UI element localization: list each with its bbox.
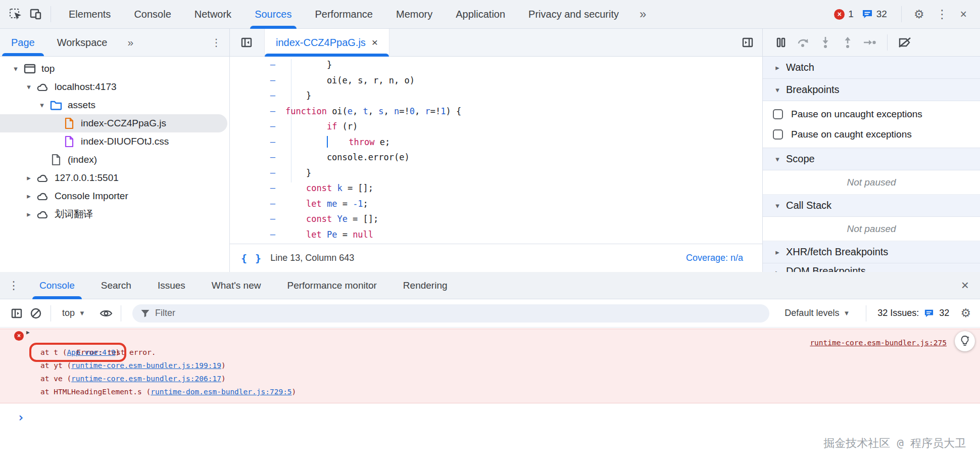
checkbox-unchecked[interactable] [773, 129, 783, 140]
clear-console-icon[interactable] [27, 305, 44, 322]
section-label: DOM Breakpoints [786, 265, 866, 272]
section-header-call-stack[interactable]: ▾Call Stack [763, 195, 980, 217]
live-expression-eye-icon[interactable] [97, 305, 115, 322]
tab-network[interactable]: Network [183, 0, 243, 28]
tab-sources[interactable]: Sources [243, 0, 303, 28]
ai-insight-bulb-icon[interactable] [955, 331, 975, 351]
error-count-icon[interactable]: × [834, 9, 845, 20]
issues-bubble-icon[interactable] [924, 309, 934, 318]
inspect-element-icon[interactable] [7, 6, 24, 23]
tree-item-划词翻译[interactable]: ▸划词翻译 [0, 205, 229, 223]
stack-source-link[interactable]: runtime-core.esm-bundler.js:199:19 [71, 361, 221, 370]
tree-item-localhost-4173[interactable]: ▾localhost:4173 [0, 78, 229, 96]
issues-counter-label[interactable]: 32 Issues: [877, 308, 919, 318]
context-selector[interactable]: top ▼ [57, 308, 90, 318]
code-token: ; [363, 199, 368, 209]
tab-console[interactable]: Console [122, 0, 182, 28]
resume-pause-icon[interactable] [770, 32, 792, 53]
navigator-more-tabs-icon[interactable]: » [118, 36, 142, 49]
checkbox-unchecked[interactable] [773, 109, 783, 119]
code-token: (r) [337, 121, 358, 131]
toggle-debugger-sidebar-icon[interactable] [739, 34, 756, 51]
code-token: e; [375, 137, 390, 147]
tab-elements[interactable]: Elements [57, 0, 122, 28]
navigator-kebab-icon[interactable]: ⋮ [205, 36, 229, 49]
code-token: = []; [348, 214, 378, 224]
editor-tab-index-js[interactable]: index-CCZ4PpaG.js × [264, 29, 389, 56]
kebab-menu-icon[interactable]: ⋮ [930, 8, 954, 21]
stack-text: at HTMLHeadingElement.s ( [40, 388, 151, 396]
section-header-scope[interactable]: ▾Scope [763, 148, 980, 170]
drawer-tab-issues[interactable]: Issues [144, 272, 199, 299]
close-devtools-icon[interactable]: × [954, 8, 973, 21]
issues-bubble-icon[interactable] [862, 9, 873, 19]
close-tab-icon[interactable]: × [372, 36, 378, 49]
chevron-down-icon[interactable]: ▾ [22, 82, 35, 91]
drawer-tab-search[interactable]: Search [88, 272, 144, 299]
chevron-right-icon[interactable]: ▸ [22, 192, 35, 201]
checkbox-label: Pause on uncaught exceptions [791, 109, 922, 120]
stack-frame: at ve (runtime-core.esm-bundler.js:206:1… [0, 372, 980, 385]
console-prompt[interactable]: › [17, 410, 980, 425]
step-out-icon[interactable] [837, 32, 859, 53]
drawer-tab-console[interactable]: Console [26, 272, 88, 299]
section-header-watch[interactable]: ▸Watch [763, 57, 980, 79]
chevron-right-icon[interactable]: ▸ [22, 210, 35, 219]
toggle-navigator-icon[interactable] [238, 34, 255, 51]
navigator-tab-page[interactable]: Page [0, 29, 46, 56]
drawer-tab-what-s-new[interactable]: What's new [199, 272, 274, 299]
tree-item-label: 划词翻译 [55, 208, 93, 221]
tree-item-(index)[interactable]: (index) [0, 151, 229, 169]
section-header-breakpoints[interactable]: ▾Breakpoints [763, 79, 980, 101]
chevron-down-icon[interactable]: ▾ [35, 101, 48, 110]
settings-gear-icon[interactable]: ⚙ [908, 8, 930, 21]
code-token: 0 [410, 106, 415, 116]
drawer-kebab-icon[interactable]: ⋮ [0, 279, 26, 292]
close-drawer-icon[interactable]: × [950, 278, 980, 293]
coverage-link[interactable]: Coverage: n/a [686, 253, 743, 263]
filter-input[interactable]: Filter [132, 304, 769, 323]
stack-source-link[interactable]: runtime-core.esm-bundler.js:206:17 [71, 375, 221, 383]
chevron-right-icon: ▸ [772, 63, 783, 72]
section-header-dom-breakpoints[interactable]: ▸DOM Breakpoints [763, 263, 980, 272]
issues-counter-count[interactable]: 32 [939, 308, 949, 318]
pretty-print-icon[interactable]: { } [241, 252, 262, 264]
tab-application[interactable]: Application [444, 0, 517, 28]
issues-count[interactable]: 32 [876, 9, 887, 20]
chevron-down-icon[interactable]: ▾ [9, 64, 22, 73]
code-token [332, 183, 337, 193]
error-count[interactable]: 1 [848, 9, 854, 20]
code-token: = []; [342, 183, 373, 193]
drawer-tab-rendering[interactable]: Rendering [390, 272, 461, 299]
console-toolbar: top ▼ Filter Default levels ▼ 32 Issues: [0, 299, 980, 328]
code-editor[interactable]: – }– oi(e, s, r, n, o)– }–function oi(e,… [230, 57, 762, 244]
navigator-tab-workspace[interactable]: Workspace [46, 29, 119, 56]
more-tabs-icon[interactable]: » [630, 7, 655, 21]
tree-item-assets[interactable]: ▾assets [0, 96, 229, 114]
tree-item-127-0-0-1-5501[interactable]: ▸127.0.0.1:5501 [0, 169, 229, 187]
tab-performance[interactable]: Performance [304, 0, 385, 28]
tab-privacy-and-security[interactable]: Privacy and security [517, 0, 630, 28]
panel-tabs: ElementsConsoleNetworkSourcesPerformance… [57, 0, 630, 28]
section-header-xhr-fetch-breakpoints[interactable]: ▸XHR/fetch Breakpoints [763, 241, 980, 263]
step-over-icon[interactable] [792, 32, 814, 53]
stack-source-link[interactable]: App.vue:4:9 [67, 348, 115, 356]
tree-item-index-diuofotj-css[interactable]: index-DIUOFOtJ.css [0, 132, 229, 151]
tree-item-console-importer[interactable]: ▸Console Importer [0, 187, 229, 205]
tree-item-top[interactable]: ▾top [0, 60, 229, 78]
step-icon[interactable] [859, 32, 881, 53]
tab-memory[interactable]: Memory [384, 0, 444, 28]
step-into-icon[interactable] [814, 32, 837, 53]
chevron-right-icon[interactable]: ▸ [22, 173, 35, 182]
stack-source-link[interactable]: runtime-dom.esm-bundler.js:729:5 [151, 388, 291, 396]
drawer-tab-performance-monitor[interactable]: Performance monitor [274, 272, 389, 299]
deactivate-breakpoints-icon[interactable] [894, 32, 916, 53]
console-error-message[interactable]: × ▶ Error: test error. runtime-core.esm-… [0, 329, 980, 403]
device-toolbar-icon[interactable] [27, 6, 44, 23]
levels-dropdown[interactable]: Default levels ▼ [779, 308, 855, 318]
debugger-pane: ▸Watch▾BreakpointsPause on uncaught exce… [763, 29, 980, 272]
tree-item-index-ccz4ppag-js[interactable]: index-CCZ4PpaG.js [0, 114, 227, 132]
console-settings-gear-icon[interactable]: ⚙ [954, 306, 973, 320]
context-value: top [62, 308, 75, 318]
console-sidebar-icon[interactable] [8, 305, 25, 322]
